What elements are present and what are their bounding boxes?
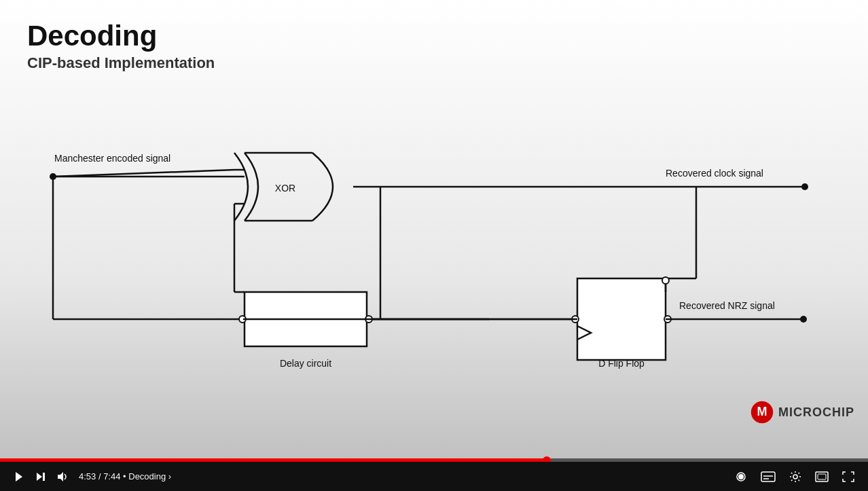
microchip-logo-icon: M (750, 400, 774, 424)
microchip-name: MICROCHIP (778, 405, 854, 420)
page-title: Decoding (27, 20, 215, 52)
svg-line-11 (53, 170, 234, 177)
svg-text:Recovered NRZ signal: Recovered NRZ signal (679, 300, 775, 311)
play-icon (14, 471, 24, 482)
svg-rect-42 (43, 473, 45, 481)
svg-text:Delay circuit: Delay circuit (280, 358, 331, 369)
subtitles-icon (761, 471, 776, 482)
svg-rect-51 (818, 474, 826, 479)
svg-rect-24 (577, 278, 666, 360)
svg-rect-46 (761, 472, 775, 481)
settings-button[interactable] (784, 471, 807, 483)
svg-point-49 (793, 475, 797, 479)
title-block: Decoding CIP-based Implementation (27, 20, 215, 72)
fullscreen-icon (842, 471, 854, 482)
play-button[interactable] (8, 471, 30, 482)
svg-point-35 (800, 316, 807, 323)
svg-point-17 (801, 183, 808, 190)
time-display: 4:53 / 7:44 • Decoding › (79, 471, 171, 481)
svg-text:D Flip Flop: D Flip Flop (598, 358, 645, 369)
svg-text:XOR: XOR (275, 183, 295, 194)
volume-button[interactable] (52, 471, 75, 482)
svg-marker-41 (37, 473, 42, 481)
fullscreen-button[interactable] (837, 471, 860, 482)
volume-icon (57, 471, 69, 482)
svg-marker-40 (16, 472, 22, 481)
svg-point-44 (738, 474, 744, 479)
miniplayer-icon (735, 471, 747, 482)
next-button[interactable] (30, 471, 52, 482)
next-icon (35, 471, 46, 482)
theater-icon (815, 471, 829, 482)
miniplayer-button[interactable] (729, 471, 753, 482)
svg-point-32 (662, 277, 669, 284)
right-controls (729, 471, 860, 483)
video-area: Decoding CIP-based Implementation .diag-… (0, 0, 868, 462)
page-subtitle: CIP-based Implementation (27, 54, 215, 72)
control-bar: 4:53 / 7:44 • Decoding › (0, 462, 868, 491)
microchip-branding: M MICROCHIP (750, 400, 854, 424)
svg-text:Manchester encoded signal: Manchester encoded signal (54, 153, 170, 164)
svg-text:Recovered clock signal: Recovered clock signal (666, 168, 763, 179)
subtitles-button[interactable] (755, 471, 781, 482)
gear-icon (789, 471, 801, 483)
svg-text:M: M (757, 405, 767, 418)
theater-button[interactable] (810, 471, 834, 482)
svg-marker-43 (58, 472, 63, 481)
circuit-diagram: .diag-text { font-family: Arial, sans-se… (20, 109, 849, 394)
